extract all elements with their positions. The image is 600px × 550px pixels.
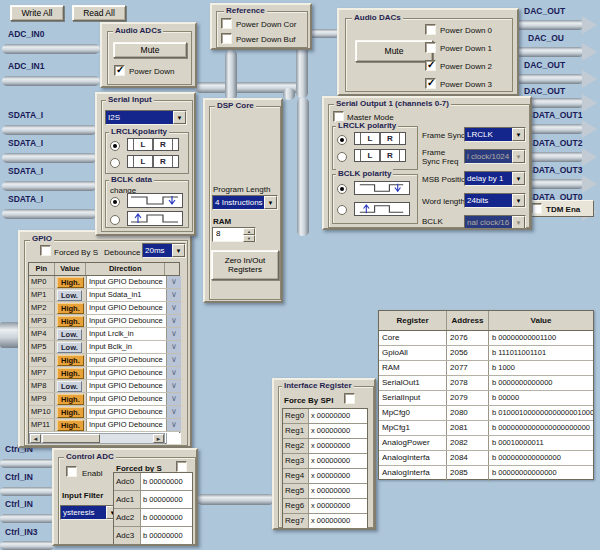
chevron-down-icon[interactable]: ▼ (512, 216, 525, 229)
word-length-select[interactable]: 24bits▼ (464, 193, 526, 208)
arrow-right-icon (582, 94, 597, 112)
port-label-dac-out-4: DAC_OUT (524, 86, 565, 96)
adc-mute-button[interactable]: Mute (113, 42, 187, 58)
chevron-down-icon[interactable]: ▼ (264, 196, 277, 209)
frame-sync-select[interactable]: LRCLK▼ (464, 127, 526, 142)
gpio-direction[interactable]: Input Sdata_in1 (87, 289, 167, 301)
port-label-sdata-i-1: SDATA_I (8, 110, 43, 120)
chevron-down-icon[interactable]: ▼ (512, 150, 525, 163)
adc-reg-value[interactable]: b 00000000 (141, 509, 192, 526)
lrclk-polarity-radio-2[interactable] (110, 158, 120, 168)
reg-value[interactable]: x 00000000 (309, 514, 367, 529)
chevron-down-icon[interactable]: ∨ (167, 367, 181, 379)
dac-power-down-2-checkbox[interactable] (425, 60, 436, 71)
bclk-frequency-value: nal clock/16 (465, 216, 512, 229)
zero-registers-button[interactable]: Zero In/Out Registers (211, 250, 279, 280)
reg-value[interactable]: x 00000000 (309, 439, 367, 453)
read-all-button[interactable]: Read All (72, 5, 126, 21)
gpio-direction[interactable]: Input GPIO Debounce (87, 406, 167, 418)
adc-reg-value[interactable]: b 00000000 (141, 491, 192, 508)
lrclk-polarity-radio-1[interactable] (110, 141, 120, 151)
dsp-core-title: DSP Core (215, 101, 256, 110)
chevron-down-icon[interactable]: ∨ (167, 328, 181, 340)
tdm-ena-checkbox[interactable] (531, 203, 542, 214)
chevron-down-icon[interactable]: ∨ (167, 419, 181, 431)
reg-name: Reg0 (283, 409, 309, 423)
chevron-down-icon[interactable]: ▼ (512, 194, 525, 207)
chevron-down-icon[interactable]: ∨ (167, 341, 181, 353)
gpio-direction[interactable]: Input GPIO Debounce (87, 380, 167, 392)
chevron-down-icon[interactable]: ▼ (512, 172, 525, 185)
register-name: SerialInput (379, 391, 447, 405)
audio-adcs-title: Audio ADCs (113, 26, 163, 35)
dac-power-down-1-checkbox[interactable] (425, 42, 436, 53)
chevron-down-icon[interactable]: ∨ (167, 289, 181, 301)
input-filter-select[interactable]: ysteresis▼ (60, 505, 120, 520)
pipe-ctrl-in-2 (0, 487, 54, 496)
gpio-direction[interactable]: Input GPIO Debounce (87, 302, 167, 314)
register-name: AnalogInterfa (379, 451, 447, 465)
gpio-pin: MP5 (29, 341, 55, 353)
reg-value[interactable]: x 00000000 (309, 424, 367, 438)
chevron-down-icon[interactable]: ∨ (167, 276, 181, 288)
so-lrclk-radio-1[interactable] (337, 135, 347, 145)
register-name: SerialOut1 (379, 376, 447, 390)
chevron-down-icon[interactable]: ▼ (172, 244, 185, 257)
reg-value[interactable]: x 00000000 (309, 454, 367, 468)
so-bclk-radio-1[interactable] (337, 184, 347, 194)
adc-reg-value[interactable]: b 00000000 (141, 473, 192, 490)
write-all-button[interactable]: Write All (10, 5, 64, 21)
chevron-down-icon[interactable]: ∨ (167, 315, 181, 327)
program-length-select[interactable]: 4 Instructions ▼ (212, 195, 278, 210)
register-name: Core (379, 331, 447, 345)
reg-value[interactable]: x 00000000 (309, 499, 367, 513)
spin-down-icon[interactable]: ▼ (243, 235, 255, 242)
control-adc-title: Control ADC (64, 452, 116, 461)
scrollbar-thumb[interactable] (42, 434, 100, 443)
scroll-left-icon[interactable]: ◄ (30, 434, 41, 443)
chevron-down-icon[interactable]: ∨ (167, 406, 181, 418)
gpio-direction[interactable]: Input GPIO Debounce (87, 419, 167, 431)
gpio-direction[interactable]: Input Bclk_in (87, 341, 167, 353)
gpio-hscrollbar[interactable]: ◄ ► (29, 433, 165, 444)
gpio-debounce-select[interactable]: 20ms ▼ (142, 243, 186, 258)
chevron-down-icon[interactable]: ∨ (167, 393, 181, 405)
ref-power-down-core-checkbox[interactable] (221, 18, 232, 29)
dac-mute-button[interactable]: Mute (355, 40, 433, 62)
frame-sync-freq-select[interactable]: l clock/1024▼ (464, 149, 526, 164)
dac-power-down-0-checkbox[interactable] (425, 24, 436, 35)
dac-power-down-3-checkbox[interactable] (425, 78, 436, 89)
gpio-forced-checkbox[interactable] (40, 245, 51, 256)
force-by-spi-checkbox[interactable] (344, 393, 355, 404)
so-lrclk-radio-2[interactable] (337, 152, 347, 162)
control-adc-enable-checkbox[interactable] (66, 466, 77, 477)
gpio-direction[interactable]: Input GPIO Debounce (87, 367, 167, 379)
gpio-direction[interactable]: Input GPIO Debounce (87, 354, 167, 366)
serial-input-mode-select[interactable]: I2S ▼ (105, 110, 187, 125)
chevron-down-icon[interactable]: ∨ (167, 380, 181, 392)
reg-value[interactable]: x 00000000 (309, 469, 367, 483)
reg-value[interactable]: x 00000000 (309, 484, 367, 498)
adc-power-down-checkbox[interactable] (114, 65, 125, 76)
chevron-down-icon[interactable]: ▼ (512, 128, 525, 141)
ram-stepper[interactable]: 8 ▲▼ (212, 227, 256, 242)
chevron-down-icon[interactable]: ∨ (167, 302, 181, 314)
control-adc-forced-checkbox[interactable] (176, 461, 187, 472)
gpio-direction[interactable]: Input GPIO Debounce (87, 393, 167, 405)
gpio-row: MP6High.Input GPIO Debounce∨ (29, 354, 181, 367)
ref-power-down-buf-checkbox[interactable] (221, 33, 232, 44)
gpio-direction[interactable]: Input Lrclk_in (87, 328, 167, 340)
msb-position-select[interactable]: delay by 1▼ (464, 171, 526, 186)
reg-value[interactable]: x 00000000 (309, 409, 367, 423)
gpio-direction[interactable]: Input GPIO Debounce (87, 315, 167, 327)
bclk-frequency-select[interactable]: nal clock/16▼ (464, 215, 526, 230)
adc-reg-value[interactable]: b 00000000 (141, 527, 192, 545)
chevron-down-icon[interactable]: ∨ (167, 354, 181, 366)
gpio-direction[interactable]: Input GPIO Debounce (87, 276, 167, 288)
chevron-down-icon[interactable]: ▼ (173, 111, 186, 124)
scroll-right-icon[interactable]: ► (153, 434, 164, 443)
so-bclk-radio-2[interactable] (337, 205, 347, 215)
bclk-data-radio-2[interactable] (110, 215, 120, 225)
bclk-data-radio-1[interactable] (110, 197, 120, 207)
spin-up-icon[interactable]: ▲ (243, 228, 255, 235)
